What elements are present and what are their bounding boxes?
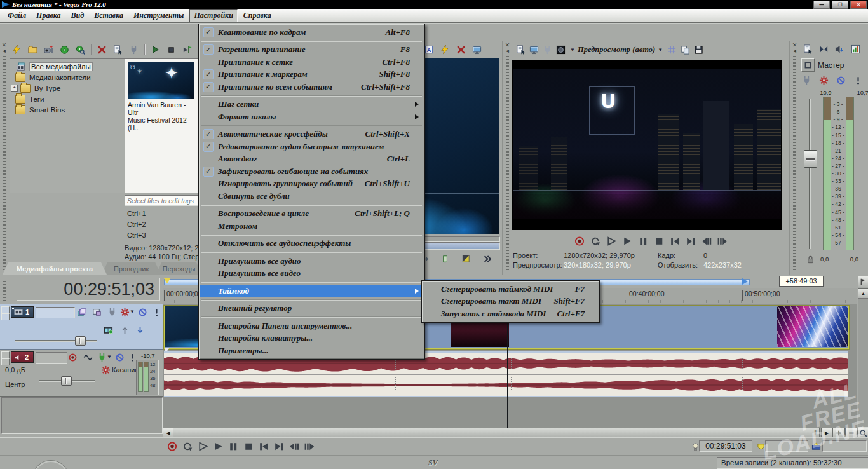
auto-preview-flag-icon[interactable] [180,43,194,57]
downmix-output-icon[interactable] [817,43,831,56]
menu-item-Прилипание к сетке[interactable]: Прилипание к сеткеCtrl+F8 [200,56,423,69]
menubar-item-Справка[interactable]: Справка [239,9,276,22]
video-track-number[interactable]: 1 [11,306,34,318]
menu-item-Метроном[interactable]: Метроном [200,220,423,233]
media-fx-plug-icon[interactable] [127,43,140,57]
prev-frame-button[interactable] [287,440,301,452]
tree-item-Smart Bins[interactable]: Smart Bins [10,104,125,115]
trim-event-icon[interactable] [438,252,452,266]
record-button[interactable] [165,440,179,452]
track-composite-icon[interactable] [90,306,104,319]
lock-fader-icon[interactable] [804,253,817,266]
dim-output-icon[interactable] [833,43,846,56]
timeline-hscrollbar[interactable]: ◀ ‖ ▶ [163,428,857,438]
pause-button[interactable] [226,440,240,452]
undock-arrow-icon[interactable]: ◄ [792,48,797,54]
audio-track-header[interactable]: 2 ▼ -10,7 0,0 дБ Касание ▼ Центр [0,350,163,397]
menu-item-Прилипание к маркерам[interactable]: ✓Прилипание к маркерамShift+F8 [200,69,423,81]
undock-arrow-icon[interactable]: ◄ [2,48,7,54]
go-start-button[interactable] [668,235,682,247]
hotkey-row[interactable]: Ctrl+2 [125,219,197,230]
menu-item-Редактирование аудио быстрым затуханием[interactable]: ✓Редактирование аудио быстрым затуханием [200,140,423,153]
preview-quality-icon[interactable] [554,43,567,57]
go-start-button[interactable] [257,440,271,452]
master-fader-handle[interactable] [804,150,817,168]
track-name-field[interactable] [36,307,75,318]
pause-button[interactable] [636,235,650,247]
cursor-time-display[interactable]: 00:29:51;03 [17,278,160,301]
prev-frame-button[interactable] [700,235,714,247]
preview-play-icon[interactable] [149,43,162,57]
copy-snapshot-icon[interactable] [679,43,692,57]
tree-item-Теги[interactable]: Теги [10,93,125,104]
save-snapshot-icon[interactable] [692,43,705,57]
menu-item-Отключить все аудиоспецэффекты[interactable]: Отключить все аудиоспецэффекты [200,238,423,250]
capture-video-camera-icon[interactable] [42,43,55,57]
menu-item-Автосдвиг[interactable]: АвтосдвигCtrl+L [200,153,423,166]
quality-dropdown-icon[interactable]: ▼ [570,47,575,53]
menu-item-Таймкод[interactable]: Таймкод [200,285,423,297]
fade-corner-icon[interactable] [459,252,473,266]
go-end-button[interactable] [272,440,286,452]
close-panel-icon[interactable]: ✕ [2,42,7,48]
arm-record-icon[interactable] [66,351,79,364]
close-panel-icon[interactable]: ✕ [792,42,797,48]
restore-button[interactable]: ❐ [832,1,848,9]
menu-item-Воспроизведение в цикле[interactable]: Воспроизведение в циклеCtrl+Shift+L; Q [200,208,423,221]
close-panel-icon[interactable]: ✕ [505,42,510,48]
automation-gear-icon[interactable] [817,74,831,87]
panel-grip[interactable]: ✕ ◄ [0,42,8,271]
external-monitor-icon[interactable] [527,43,541,57]
menu-item-Параметры...[interactable]: Параметры... [200,344,423,357]
remove-fx-icon[interactable] [454,43,468,57]
meter-options-icon[interactable] [849,43,862,56]
solo-icon[interactable] [150,306,163,319]
track-name-field[interactable] [36,352,67,364]
menu-item-Сгенерировать таймкод MIDI[interactable]: Сгенерировать таймкод MIDIF7 [423,283,598,296]
import-media-folder-icon[interactable] [26,43,39,57]
menubar-item-Настройки[interactable]: Настройки [189,9,237,22]
automation-mode-label[interactable]: Касание [112,366,139,374]
invert-phase-icon[interactable] [81,351,95,364]
master-collapse-button[interactable] [801,58,815,72]
record-button[interactable] [573,235,587,247]
tree-item-By Type[interactable]: +By Type [10,83,125,93]
menu-item-Автоматические кроссфейды[interactable]: ✓Автоматические кроссфейдыCtrl+Shift+X [200,128,423,141]
media-properties-icon[interactable] [111,43,125,57]
menu-item-Настройка клавиатуры...[interactable]: Настройка клавиатуры... [200,332,423,345]
go-end-button[interactable] [684,235,698,247]
hotkey-row[interactable]: Ctrl+1 [125,208,197,219]
overlay-grid-icon[interactable] [665,43,679,57]
menu-item-Шаг сетки[interactable]: Шаг сетки [200,99,423,111]
extract-audio-cd-icon[interactable] [58,43,71,57]
menu-item-Запускать с таймкода MIDI[interactable]: Запускать с таймкода MIDICtrl+F7 [423,308,598,320]
more-chevrons-icon[interactable] [480,252,494,266]
play-from-start-button[interactable] [196,440,210,452]
play-from-start-button[interactable] [604,235,618,247]
menubar-item-Инструменты[interactable]: Инструменты [129,9,188,22]
tab-Медиафайлы проекта[interactable]: Медиафайлы проекта [3,262,107,275]
track-restore-button[interactable] [1,358,10,365]
menu-item-Квантование по кадрам[interactable]: ✓Квантование по кадрамAlt+F8 [200,26,423,39]
menu-item-Настройка Панели инструментов...[interactable]: Настройка Панели инструментов... [200,320,423,332]
track-minimize-button[interactable] [1,351,10,358]
menu-item-Формат шкалы[interactable]: Формат шкалы [200,111,423,123]
undock-arrow-icon[interactable]: ◄ [505,48,510,54]
video-fx-bolt-icon[interactable] [438,43,452,57]
properties-list-icon[interactable] [801,43,815,56]
track-fx-icon[interactable] [105,306,119,319]
make-compositing-parent-icon[interactable] [118,323,132,337]
drag-handle[interactable] [3,56,6,271]
panel-grip[interactable]: ✕ ◄ [790,42,799,271]
track-minimize-button[interactable] [1,306,10,313]
menu-item-Игнорировать группировку событий[interactable]: Игнорировать группировку событийCtrl+Shi… [200,178,423,191]
video-output-fx-plug-icon[interactable] [541,43,554,57]
next-frame-button[interactable] [715,235,729,247]
tree-item-Все медиафайлы[interactable]: Все медиафайлы [10,61,125,72]
stop-button[interactable] [241,440,255,452]
panel-grip[interactable]: ✕ ◄ [503,42,512,271]
drag-handle[interactable] [3,281,6,301]
track-motion-icon[interactable] [75,306,88,319]
tree-item-Медианакопители[interactable]: Медианакопители [10,72,125,83]
audio-track-number[interactable]: 2 [11,351,34,363]
